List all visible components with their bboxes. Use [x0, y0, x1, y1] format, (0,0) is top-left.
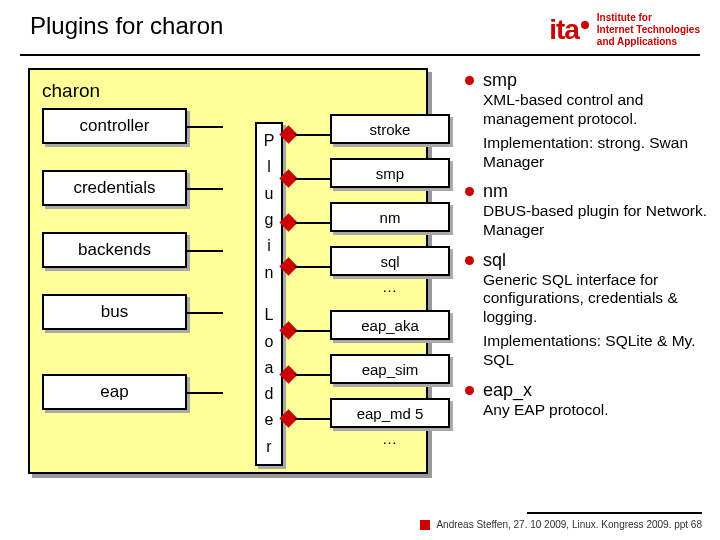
- bullet-impl: Implementations: SQLite & My. SQL: [483, 332, 712, 369]
- module-label: controller: [80, 116, 150, 136]
- vl: P: [264, 133, 275, 149]
- vl: d: [265, 386, 274, 402]
- logo-line3: and Applications: [597, 36, 700, 48]
- plugin-loader-box: P l u g i n L o a d e r: [255, 122, 283, 466]
- charon-title: charon: [42, 80, 414, 102]
- plugin-eap-sim: eap_sim: [330, 354, 450, 384]
- connector-line: [185, 126, 223, 128]
- bullet-dot-icon: [465, 187, 474, 196]
- module-label: bus: [101, 302, 128, 322]
- vl: l: [267, 159, 271, 175]
- bullet-desc: XML-based control and management protoco…: [483, 91, 712, 128]
- plugin-smp: smp: [330, 158, 450, 188]
- plugin-label: sql: [380, 253, 399, 270]
- logo-dot-icon: [581, 21, 589, 29]
- module-controller: controller: [42, 108, 187, 144]
- plugin-sql: sql: [330, 246, 450, 276]
- vl: o: [265, 334, 274, 350]
- logo-letters: ita: [549, 14, 579, 46]
- footer-text: Andreas Steffen, 27. 10 2009, Linux. Kon…: [436, 519, 702, 530]
- ellipsis: …: [382, 278, 397, 295]
- main: charon controller credentials backends b…: [0, 68, 720, 474]
- bullet-title: nm: [483, 181, 712, 202]
- plugin-label: smp: [376, 165, 404, 182]
- module-eap: eap: [42, 374, 187, 410]
- plugin-eap-aka: eap_aka: [330, 310, 450, 340]
- bullet-dot-icon: [465, 76, 474, 85]
- connector-line: [295, 330, 330, 332]
- vl: u: [265, 186, 274, 202]
- vl: a: [265, 360, 274, 376]
- bullet-dot-icon: [465, 256, 474, 265]
- logo-line1: Institute for: [597, 12, 700, 24]
- plugin-label: stroke: [370, 121, 411, 138]
- connector-line: [295, 178, 330, 180]
- bullet-title: smp: [483, 70, 712, 91]
- plugin-label: eap_sim: [362, 361, 419, 378]
- connector-line: [295, 222, 330, 224]
- connector-line: [185, 188, 223, 190]
- plugin-nm: nm: [330, 202, 450, 232]
- bullet-eapx: eap_x Any EAP protocol.: [483, 380, 712, 420]
- connector-line: [295, 374, 330, 376]
- connector-line: [185, 392, 223, 394]
- plugin-eap-md5: eap_md 5: [330, 398, 450, 428]
- logo-text: Institute for Internet Technologies and …: [597, 12, 700, 48]
- bullet-title: sql: [483, 250, 712, 271]
- module-credentials: credentials: [42, 170, 187, 206]
- connector-line: [295, 266, 330, 268]
- bullet-desc: Any EAP protocol.: [483, 401, 712, 420]
- module-label: backends: [78, 240, 151, 260]
- charon-box: charon controller credentials backends b…: [28, 68, 428, 474]
- vl: L: [265, 307, 274, 323]
- bullet-impl: Implementation: strong. Swan Manager: [483, 134, 712, 171]
- connector-line: [295, 418, 330, 420]
- footer-square-icon: [420, 520, 430, 530]
- vl: r: [266, 439, 271, 455]
- bullet-title: eap_x: [483, 380, 712, 401]
- logo-mark: ita: [549, 14, 589, 46]
- bullet-smp: smp XML-based control and management pro…: [483, 70, 712, 171]
- vl: g: [265, 212, 274, 228]
- bullet-sql: sql Generic SQL interface for configurat…: [483, 250, 712, 370]
- connector-line: [185, 312, 223, 314]
- header: Plugins for charon ita Institute for Int…: [0, 0, 720, 52]
- plugin-label: nm: [380, 209, 401, 226]
- footer: Andreas Steffen, 27. 10 2009, Linux. Kon…: [420, 519, 702, 530]
- footer-divider: [527, 512, 702, 514]
- module-label: eap: [100, 382, 128, 402]
- ellipsis: …: [382, 430, 397, 447]
- vl: n: [265, 265, 274, 281]
- plugin-stroke: stroke: [330, 114, 450, 144]
- vl: e: [265, 412, 274, 428]
- module-backends: backends: [42, 232, 187, 268]
- bullet-nm: nm DBUS-based plugin for Network. Manage…: [483, 181, 712, 239]
- vl: i: [267, 238, 271, 254]
- bullet-desc: Generic SQL interface for configurations…: [483, 271, 712, 327]
- plugin-label: eap_aka: [361, 317, 419, 334]
- divider: [20, 54, 700, 56]
- connector-line: [185, 250, 223, 252]
- page-title: Plugins for charon: [30, 12, 223, 40]
- module-bus: bus: [42, 294, 187, 330]
- plugin-label: eap_md 5: [357, 405, 424, 422]
- bullets: smp XML-based control and management pro…: [428, 68, 712, 474]
- logo-line2: Internet Technologies: [597, 24, 700, 36]
- module-label: credentials: [73, 178, 155, 198]
- bullet-dot-icon: [465, 386, 474, 395]
- bullet-desc: DBUS-based plugin for Network. Manager: [483, 202, 712, 239]
- connector-line: [295, 134, 330, 136]
- logo: ita Institute for Internet Technologies …: [549, 12, 700, 48]
